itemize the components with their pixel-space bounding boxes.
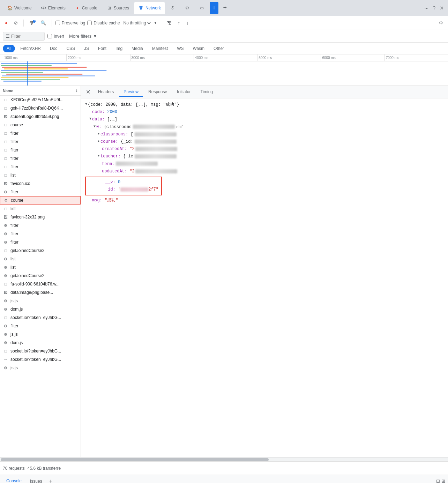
tab-welcome-label: Welcome — [14, 6, 32, 10]
more-filters-button[interactable]: More filters ▼ — [67, 32, 99, 40]
list-item[interactable]: ⚙ list — [0, 263, 81, 272]
list-item[interactable]: ↔ socket.io/?token=eyJhbG... — [0, 355, 81, 364]
close-preview-button[interactable]: ✕ — [84, 88, 92, 96]
sort-button[interactable]: ↕ — [75, 88, 78, 93]
undock-button[interactable]: ⊞ — [441, 478, 445, 483]
type-doc-button[interactable]: Doc — [46, 45, 61, 52]
list-item[interactable]: □ filter — [0, 163, 81, 171]
disable-cache-label[interactable]: Disable cache — [87, 21, 120, 25]
type-fetch-button[interactable]: Fetch/XHR — [16, 45, 45, 52]
more-options-button[interactable]: ··· — [423, 4, 430, 12]
list-item[interactable]: □ filter — [0, 138, 81, 146]
list-item[interactable]: ⚙ filter — [0, 221, 81, 230]
list-item[interactable]: 🖼 data:image/png;base... — [0, 288, 81, 297]
list-item[interactable]: ⚙ filter — [0, 238, 81, 246]
list-item[interactable]: 🖼 favicon-32x32.png — [0, 213, 81, 221]
disable-cache-checkbox[interactable] — [87, 21, 92, 25]
tab-performance[interactable]: ⏱ — [166, 2, 180, 14]
list-item[interactable]: □ filter — [0, 129, 81, 138]
list-item[interactable]: ⚙ js.js — [0, 330, 81, 339]
list-item[interactable]: 🖼 favicon.ico — [0, 179, 81, 188]
search-button[interactable]: 🔍 — [38, 19, 48, 27]
tab-response[interactable]: Response — [144, 87, 171, 97]
upload-button[interactable]: ↑ — [176, 19, 182, 27]
list-item[interactable]: □ socket.io/?token=eyJhbG... — [0, 347, 81, 355]
type-js-button[interactable]: JS — [80, 45, 93, 52]
list-item[interactable]: □ filter — [0, 154, 81, 163]
no-network-button[interactable] — [165, 19, 174, 27]
tab-bar: 🏠 Welcome </> Elements ● Console ⊞ Sourc… — [0, 0, 448, 16]
tab-initiator[interactable]: Initiator — [173, 87, 195, 97]
tab-console-bottom[interactable]: Console — [3, 476, 25, 483]
list-item[interactable]: ⚙ js.js — [0, 364, 81, 372]
tab-console[interactable]: ● Console — [70, 2, 102, 14]
invert-label[interactable]: Invert — [47, 34, 64, 39]
preserve-log-checkbox[interactable] — [55, 21, 60, 25]
add-tab-button[interactable]: + — [219, 2, 231, 14]
tab-settings2[interactable]: ⚙ — [180, 2, 194, 14]
item0-arrow[interactable]: ▼ — [94, 124, 96, 129]
record-button[interactable]: ● — [3, 19, 10, 27]
classrooms-arrow[interactable]: ▶ — [98, 131, 100, 137]
type-media-button[interactable]: Media — [128, 45, 147, 52]
collapse-arrow[interactable]: ▼ — [85, 102, 87, 107]
preview-tabs-bar: ✕ Headers Preview Response Initiator Tim… — [81, 86, 448, 98]
gear-icon: ⚙ — [3, 231, 8, 237]
list-item[interactable]: □ gok-H7zzDkdnRel8-DQ6K... — [0, 104, 81, 112]
clear-button[interactable]: ⊘ — [12, 19, 20, 27]
list-item[interactable]: ⚙ js.js — [0, 297, 81, 305]
list-item[interactable]: □ KFOlCnqEu92Fr1MmEU9f... — [0, 96, 81, 104]
list-item[interactable]: ⚙ filter — [0, 230, 81, 238]
tab-welcome[interactable]: 🏠 Welcome — [3, 2, 36, 14]
type-manifest-button[interactable]: Manifest — [148, 45, 172, 52]
type-ws-button[interactable]: WS — [173, 45, 187, 52]
tab-headers[interactable]: Headers — [94, 87, 118, 97]
teacher-arrow[interactable]: ▶ — [98, 153, 100, 159]
list-item[interactable]: ⚙ list — [0, 255, 81, 263]
scrollbar-thumb[interactable] — [1, 458, 269, 461]
list-item[interactable]: □ socket.io/?token=eyJhbG... — [0, 313, 81, 322]
list-item[interactable]: ⚙ filter — [0, 322, 81, 330]
dock-button[interactable]: ⊡ — [436, 478, 440, 483]
download-button[interactable]: ↓ — [184, 19, 191, 27]
list-item[interactable]: ⚙ dom.js — [0, 339, 81, 347]
close-devtools-button[interactable]: ✕ — [438, 4, 445, 12]
throttle-dropdown-icon: ▼ — [154, 21, 157, 25]
tab-issues[interactable]: Issues — [27, 477, 46, 483]
tab-layers[interactable]: ▭ — [195, 2, 209, 14]
list-item[interactable]: □ course — [0, 121, 81, 129]
horizontal-scrollbar[interactable] — [0, 457, 448, 461]
data-arrow[interactable]: ▼ — [89, 116, 91, 122]
type-font-button[interactable]: Font — [94, 45, 110, 52]
list-item[interactable]: ⚙ dom.js — [0, 305, 81, 313]
tab-network[interactable]: Network — [134, 2, 165, 14]
tab-sources[interactable]: ⊞ Sources — [102, 2, 133, 14]
selected-course-item[interactable]: ⚙ course — [0, 196, 81, 205]
help-button[interactable]: ? — [431, 4, 437, 12]
list-item[interactable]: 🖼 studentLogo.9fbfb559.png — [0, 112, 81, 121]
tab-timing[interactable]: Timing — [196, 87, 217, 97]
invert-checkbox[interactable] — [47, 34, 52, 38]
course-arrow[interactable]: ▶ — [98, 139, 100, 144]
tab-elements[interactable]: </> Elements — [37, 2, 70, 14]
tab-h[interactable]: H — [210, 2, 218, 14]
type-img-button[interactable]: Img — [112, 45, 126, 52]
type-all-button[interactable]: All — [3, 45, 15, 52]
throttle-select[interactable]: No throttling — [122, 20, 152, 26]
type-css-button[interactable]: CSS — [62, 45, 79, 52]
list-item[interactable]: ⚙ filter — [0, 188, 81, 196]
list-item[interactable]: □ getJoinedCourse2 — [0, 246, 81, 255]
list-item[interactable]: □ filter — [0, 146, 81, 154]
settings-button[interactable]: ⚙ — [437, 19, 445, 27]
preserve-log-label[interactable]: Preserve log — [55, 21, 85, 25]
network-toggle-button[interactable]: 2 — [27, 19, 36, 27]
list-item[interactable]: □ list — [0, 205, 81, 213]
type-other-button[interactable]: Other — [210, 45, 228, 52]
type-wasm-button[interactable]: Wasm — [189, 45, 209, 52]
filter-input[interactable] — [11, 34, 39, 39]
add-tab-button[interactable]: + — [47, 477, 54, 483]
tab-preview[interactable]: Preview — [119, 87, 143, 97]
list-item[interactable]: ⚙ getJoinedCourse2 — [0, 272, 81, 280]
list-item[interactable]: □ list — [0, 171, 81, 179]
list-item[interactable]: □ fa-solid-900.66104b76.w... — [0, 280, 81, 288]
